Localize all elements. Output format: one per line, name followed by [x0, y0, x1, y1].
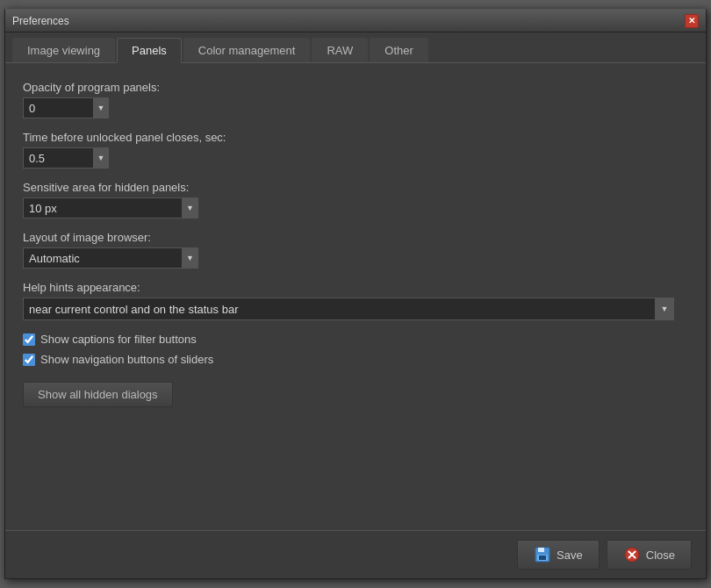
sensitive-group: Sensitive area for hidden panels: ▼ [23, 181, 688, 219]
opacity-input[interactable] [23, 97, 93, 118]
layout-dropdown-btn[interactable]: ▼ [182, 247, 198, 269]
title-bar: Preferences ✕ [5, 10, 706, 32]
help-hints-label: Help hints appearance: [23, 281, 688, 294]
svg-rect-3 [539, 556, 546, 560]
close-label: Close [646, 549, 675, 562]
time-group: Time before unlocked panel closes, sec: … [23, 131, 688, 169]
tab-panels[interactable]: Panels [117, 38, 182, 63]
preferences-window: Preferences ✕ Image viewing Panels Color… [4, 9, 707, 579]
time-input[interactable] [23, 147, 93, 169]
show-captions-row: Show captions for filter buttons [23, 333, 688, 346]
show-navigation-row: Show navigation buttons of sliders [23, 353, 688, 366]
opacity-spinbox: ▼ [23, 97, 688, 118]
show-navigation-label: Show navigation buttons of sliders [40, 353, 213, 366]
show-captions-label: Show captions for filter buttons [40, 333, 197, 346]
save-icon [534, 546, 551, 563]
tab-content-panels: Opacity of program panels: ▼ Time before… [5, 63, 706, 530]
show-hidden-dialogs-button[interactable]: Show all hidden dialogs [23, 382, 173, 407]
sensitive-dropdown-btn[interactable]: ▼ [182, 197, 198, 219]
tab-raw[interactable]: RAW [312, 38, 368, 62]
layout-select-wrapper: ▼ [23, 247, 198, 269]
time-label: Time before unlocked panel closes, sec: [23, 131, 688, 144]
show-navigation-checkbox[interactable] [23, 354, 35, 366]
opacity-group: Opacity of program panels: ▼ [23, 81, 688, 118]
tab-other[interactable]: Other [370, 38, 428, 62]
save-label: Save [557, 549, 583, 562]
tab-image-viewing[interactable]: Image viewing [12, 38, 115, 62]
svg-rect-1 [538, 548, 544, 552]
time-spinbox-btn[interactable]: ▼ [93, 147, 109, 169]
sensitive-select-wrapper: ▼ [23, 197, 198, 219]
layout-group: Layout of image browser: ▼ [23, 231, 688, 269]
tab-color-management[interactable]: Color management [183, 38, 311, 62]
sensitive-select-input[interactable] [23, 197, 182, 219]
close-button[interactable]: Close [607, 540, 692, 570]
footer: Save Close [5, 530, 706, 578]
window-close-button[interactable]: ✕ [685, 14, 699, 28]
time-spinbox: ▼ [23, 147, 688, 169]
close-icon [623, 546, 641, 563]
help-hints-dropdown-btn[interactable]: ▼ [655, 298, 674, 320]
save-button[interactable]: Save [517, 540, 600, 570]
opacity-label: Opacity of program panels: [23, 81, 688, 94]
sensitive-label: Sensitive area for hidden panels: [23, 181, 688, 194]
show-captions-checkbox[interactable] [23, 333, 35, 346]
help-hints-input[interactable] [23, 298, 655, 320]
help-hints-wrapper: ▼ [23, 298, 688, 320]
opacity-spinbox-btn[interactable]: ▼ [93, 97, 109, 118]
layout-label: Layout of image browser: [23, 231, 688, 244]
help-hints-group: Help hints appearance: ▼ [23, 281, 688, 320]
layout-select-input[interactable] [23, 247, 182, 269]
tab-bar: Image viewing Panels Color management RA… [5, 32, 706, 63]
window-title: Preferences [12, 15, 69, 27]
